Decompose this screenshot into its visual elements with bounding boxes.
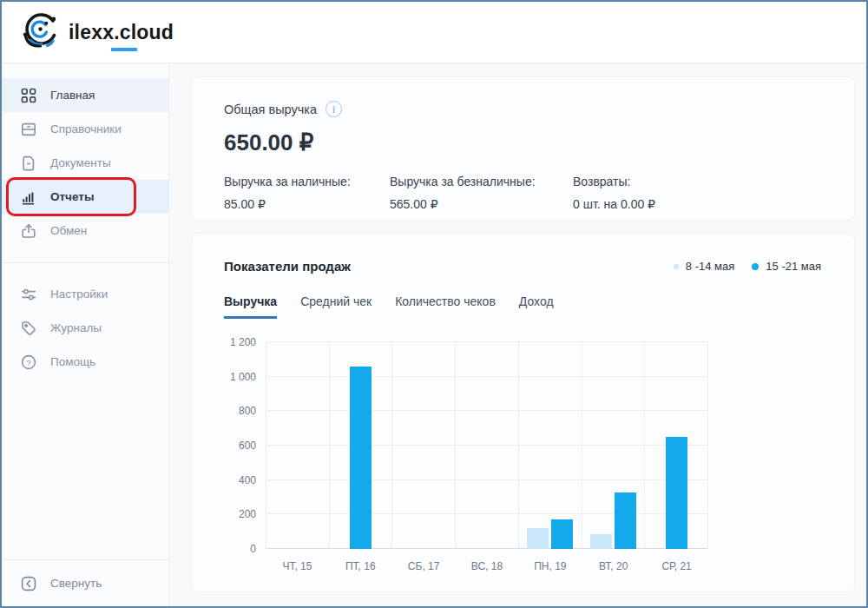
help-icon: ? <box>20 354 37 371</box>
revenue-stats-row: Выручка за наличные: 85.00 ₽ Выручка за … <box>224 175 854 211</box>
sidebar-collapse-button[interactable]: Свернуть <box>2 559 168 606</box>
sidebar-divider <box>2 262 168 263</box>
legend-item-current-week[interactable]: 15 -21 мая <box>752 260 821 273</box>
y-tick-label: 600 <box>239 439 256 452</box>
legend-dot <box>674 264 679 269</box>
chart-tabs: Выручка Средний чек Количество чеков Дох… <box>224 294 821 319</box>
legend-item-previous-week[interactable]: 8 -14 мая <box>674 260 734 273</box>
y-tick-label: 800 <box>239 405 256 417</box>
chart-plot <box>266 342 708 549</box>
sidebar-item-label: Обмен <box>50 224 87 237</box>
sidebar-item-documents[interactable]: Документы <box>2 146 168 180</box>
collapse-chevron-icon <box>20 575 37 592</box>
revenue-summary-card: Общая выручка i 650.00 ₽ Выручка за нали… <box>191 76 855 221</box>
sidebar-item-label: Отчеты <box>50 190 94 203</box>
x-tick-label: ПН, 19 <box>518 560 582 572</box>
stat-value: 0 шт. на 0.00 ₽ <box>573 197 655 211</box>
sidebar-item-label: Документы <box>50 156 111 169</box>
bar-group <box>582 492 645 549</box>
bar <box>551 519 573 549</box>
report-chart-icon <box>20 188 37 206</box>
chart-column <box>645 342 708 549</box>
chart-column <box>582 342 646 549</box>
sidebar-item-exchange[interactable]: Обмен <box>2 214 168 248</box>
sidebar-item-settings[interactable]: Настройки <box>2 277 168 311</box>
brand-name: ilexx.cloud <box>69 21 174 43</box>
sidebar-item-home[interactable]: Главная <box>2 78 168 112</box>
tab-revenue[interactable]: Выручка <box>224 294 277 319</box>
legend-label: 8 -14 мая <box>686 260 734 273</box>
x-tick-label: СР, 21 <box>645 560 708 572</box>
sidebar-spacer <box>2 379 168 547</box>
bar <box>666 437 687 549</box>
stat-value: 565.00 ₽ <box>390 197 573 211</box>
stat-cashless: Выручка за безналичные: 565.00 ₽ <box>390 175 573 211</box>
app-header: ilexx.cloud <box>2 2 866 63</box>
tab-average-check[interactable]: Средний чек <box>300 294 372 319</box>
brand-logo-icon <box>19 11 61 53</box>
stat-label: Возвраты: <box>573 175 655 188</box>
stat-value: 85.00 ₽ <box>224 197 390 211</box>
y-tick-label: 1 200 <box>230 336 256 348</box>
chart-columns <box>266 342 708 549</box>
x-tick-label: СБ, 17 <box>392 560 456 572</box>
document-icon <box>20 155 37 172</box>
sidebar-item-label: Настройки <box>50 287 108 301</box>
sidebar-item-journals[interactable]: Журналы <box>2 311 168 345</box>
grid-icon <box>20 87 37 104</box>
chart-column <box>266 342 330 549</box>
sidebar-item-label: Справочники <box>50 122 122 135</box>
bar-group <box>645 437 707 549</box>
sidebar-item-reports[interactable]: Отчеты <box>2 180 168 214</box>
chart-y-axis: 02004006008001 0001 200 <box>224 342 266 549</box>
brand-underline <box>111 48 137 51</box>
legend-dot <box>752 263 759 270</box>
chart-column <box>519 342 582 549</box>
y-tick-label: 200 <box>239 508 256 520</box>
stat-returns: Возвраты: 0 шт. на 0.00 ₽ <box>573 175 655 211</box>
main-content: Общая выручка i 650.00 ₽ Выручка за нали… <box>170 64 866 606</box>
bar-chart: 02004006008001 0001 200 ЧТ, 15ПТ, 16СБ, … <box>224 342 821 572</box>
collapse-label: Свернуть <box>50 577 102 590</box>
chart-legend: 8 -14 мая 15 -21 мая <box>674 260 821 273</box>
stat-cash: Выручка за наличные: 85.00 ₽ <box>224 175 390 211</box>
sidebar-item-directories[interactable]: Справочники <box>2 112 168 146</box>
svg-text:?: ? <box>26 357 30 367</box>
revenue-card-title: Общая выручка <box>224 102 317 116</box>
bar-group <box>330 367 392 549</box>
sidebar-item-label: Журналы <box>50 321 102 334</box>
sales-card-title: Показатели продаж <box>224 259 351 274</box>
tag-icon <box>20 320 37 337</box>
chart-plot-wrap: ЧТ, 15ПТ, 16СБ, 17ВС, 18ПН, 19ВТ, 20СР, … <box>266 342 708 572</box>
bar <box>350 367 372 549</box>
sidebar-item-label: Помощь <box>50 355 95 368</box>
info-icon[interactable]: i <box>326 101 342 117</box>
y-tick-label: 1 000 <box>230 371 256 383</box>
bar-group <box>519 519 582 549</box>
sidebar-item-help[interactable]: ? Помощь <box>2 345 168 379</box>
bar <box>590 534 612 549</box>
x-tick-label: ВС, 18 <box>456 560 519 572</box>
tab-income[interactable]: Доход <box>519 294 554 319</box>
sliders-icon <box>20 286 37 303</box>
sales-indicators-card: Показатели продаж 8 -14 мая 15 -21 мая В… <box>191 233 855 592</box>
tab-check-count[interactable]: Количество чеков <box>395 294 496 319</box>
bar <box>527 528 549 549</box>
app-window: ilexx.cloud Главная Справочники <box>0 0 868 608</box>
chart-column <box>456 342 519 549</box>
export-icon <box>20 222 37 240</box>
y-tick-label: 0 <box>250 543 256 555</box>
legend-label: 15 -21 мая <box>766 260 821 273</box>
catalog-icon <box>20 121 37 138</box>
chart-x-axis: ЧТ, 15ПТ, 16СБ, 17ВС, 18ПН, 19ВТ, 20СР, … <box>266 560 708 572</box>
stat-label: Выручка за безналичные: <box>390 175 573 188</box>
chart-column <box>330 342 393 549</box>
x-tick-label: ЧТ, 15 <box>266 560 329 572</box>
total-revenue-value: 650.00 ₽ <box>224 129 854 156</box>
brand-logo[interactable]: ilexx.cloud <box>69 21 174 44</box>
sidebar-item-label: Главная <box>50 89 95 102</box>
bar <box>615 492 636 549</box>
stat-label: Выручка за наличные: <box>224 175 390 188</box>
x-tick-label: ВТ, 20 <box>582 560 645 572</box>
chart-column <box>392 342 456 549</box>
